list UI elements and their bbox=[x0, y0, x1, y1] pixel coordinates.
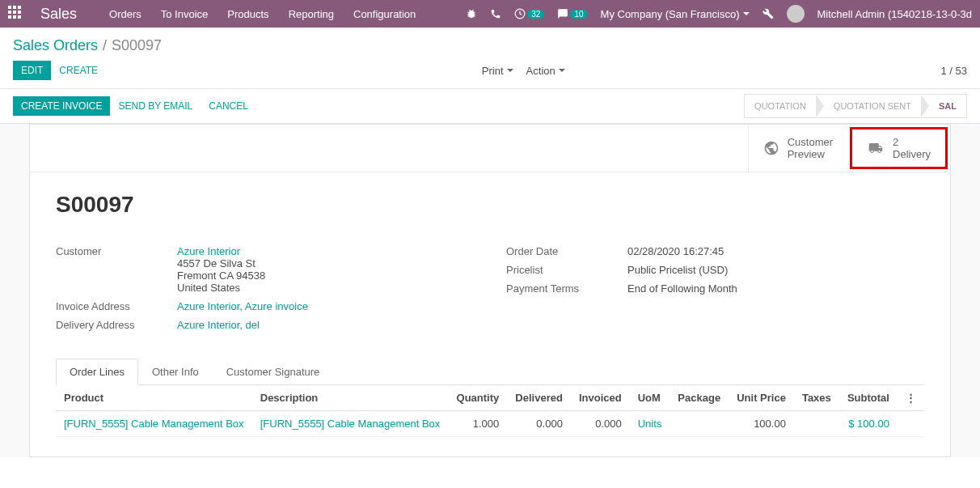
customer-value: Azure Interior 4557 De Silva St Fremont … bbox=[177, 245, 474, 294]
delivery-address-label: Delivery Address bbox=[56, 319, 177, 331]
send-email-button[interactable]: Send by Email bbox=[110, 96, 201, 116]
create-button[interactable]: Create bbox=[51, 61, 106, 80]
breadcrumb: Sales Orders / S00097 bbox=[0, 28, 980, 57]
order-date-value: 02/28/2020 16:27:45 bbox=[627, 245, 924, 257]
avatar[interactable] bbox=[787, 5, 805, 23]
col-invoiced[interactable]: Invoiced bbox=[571, 385, 630, 411]
line-delivered: 0.000 bbox=[507, 411, 571, 437]
messages-icon[interactable]: 10 bbox=[557, 8, 587, 19]
stat-buttons: Customer Preview 2 Delivery bbox=[30, 125, 950, 172]
messages-badge: 10 bbox=[570, 10, 587, 19]
line-unit-price: 100.00 bbox=[729, 411, 794, 437]
pager[interactable]: 1 / 53 bbox=[940, 65, 967, 77]
pricelist-value: Public Pricelist (USD) bbox=[627, 264, 924, 276]
payment-terms-label: Payment Terms bbox=[506, 282, 627, 295]
tabs: Order Lines Other Info Customer Signatur… bbox=[56, 359, 924, 385]
topbar-right: 32 10 My Company (San Francisco) Mitchel… bbox=[466, 5, 972, 23]
col-package[interactable]: Package bbox=[670, 385, 729, 411]
col-subtotal[interactable]: Subtotal bbox=[839, 385, 898, 411]
nav-reporting[interactable]: Reporting bbox=[289, 8, 334, 20]
order-lines-table: Product Description Quantity Delivered I… bbox=[56, 385, 924, 437]
status-quotation[interactable]: Quotation bbox=[745, 101, 816, 111]
line-invoiced: 0.000 bbox=[571, 411, 630, 437]
breadcrumb-separator: / bbox=[103, 37, 107, 54]
col-delivered[interactable]: Delivered bbox=[507, 385, 571, 411]
col-product[interactable]: Product bbox=[56, 385, 252, 411]
customer-link[interactable]: Azure Interior bbox=[177, 245, 240, 257]
status-sales-order[interactable]: Sal bbox=[929, 101, 966, 111]
edit-button[interactable]: Edit bbox=[13, 61, 51, 80]
nav-configuration[interactable]: Configuration bbox=[353, 8, 416, 20]
app-brand[interactable]: Sales bbox=[40, 6, 77, 23]
nav-to-invoice[interactable]: To Invoice bbox=[161, 8, 209, 20]
tab-order-lines[interactable]: Order Lines bbox=[56, 359, 138, 385]
col-quantity[interactable]: Quantity bbox=[449, 385, 508, 411]
breadcrumb-current: S00097 bbox=[112, 37, 162, 54]
payment-terms-value: End of Following Month bbox=[627, 282, 924, 295]
line-subtotal: $ 100.00 bbox=[839, 411, 898, 437]
table-row[interactable]: [FURN_5555] Cable Management Box [FURN_5… bbox=[56, 411, 924, 437]
debug-icon[interactable] bbox=[466, 8, 477, 19]
tab-other-info[interactable]: Other Info bbox=[138, 359, 213, 385]
line-taxes bbox=[794, 411, 839, 437]
apps-icon[interactable] bbox=[8, 6, 24, 22]
customer-preview-button[interactable]: Customer Preview bbox=[748, 125, 847, 172]
delivery-button[interactable]: 2 Delivery bbox=[850, 127, 948, 169]
col-options-icon[interactable]: ⋮ bbox=[898, 385, 924, 411]
customer-preview-label: Customer Preview bbox=[788, 136, 833, 160]
action-row: Create Invoice Send by Email Cancel Quot… bbox=[0, 89, 980, 124]
truck-icon bbox=[867, 141, 885, 155]
company-switcher[interactable]: My Company (San Francisco) bbox=[601, 8, 750, 20]
cancel-button[interactable]: Cancel bbox=[201, 96, 256, 116]
customer-label: Customer bbox=[56, 245, 177, 294]
nav-menu: Orders To Invoice Products Reporting Con… bbox=[109, 8, 466, 20]
line-quantity: 1.000 bbox=[449, 411, 508, 437]
order-date-label: Order Date bbox=[506, 245, 627, 257]
globe-icon bbox=[763, 140, 779, 156]
delivery-label: Delivery bbox=[893, 148, 931, 160]
col-unit-price[interactable]: Unit Price bbox=[729, 385, 794, 411]
delivery-count: 2 bbox=[893, 136, 931, 148]
line-description-link[interactable]: [FURN_5555] Cable Management Box bbox=[260, 418, 441, 430]
form-sheet: Customer Preview 2 Delivery S00097 Custo… bbox=[29, 124, 951, 457]
col-uom[interactable]: UoM bbox=[630, 385, 670, 411]
phone-icon[interactable] bbox=[490, 8, 501, 19]
form-toolbar: Edit Create Print Action 1 / 53 bbox=[0, 57, 980, 89]
status-bar: Quotation Quotation Sent Sal bbox=[744, 94, 967, 118]
topbar: Sales Orders To Invoice Products Reporti… bbox=[0, 0, 980, 28]
developer-tools-icon[interactable] bbox=[762, 8, 774, 19]
nav-products[interactable]: Products bbox=[227, 8, 268, 20]
activities-badge: 32 bbox=[527, 10, 544, 19]
line-package bbox=[670, 411, 729, 437]
col-taxes[interactable]: Taxes bbox=[794, 385, 839, 411]
tab-customer-signature[interactable]: Customer Signature bbox=[213, 359, 334, 385]
pricelist-label: Pricelist bbox=[506, 264, 627, 276]
invoice-address-link[interactable]: Azure Interior, Azure invoice bbox=[177, 300, 308, 312]
user-label[interactable]: Mitchell Admin (1540218-13-0-3d bbox=[817, 8, 973, 20]
invoice-address-label: Invoice Address bbox=[56, 300, 177, 312]
record-title: S00097 bbox=[56, 192, 924, 218]
status-quotation-sent[interactable]: Quotation Sent bbox=[824, 101, 921, 111]
print-dropdown[interactable]: Print bbox=[482, 65, 513, 77]
create-invoice-button[interactable]: Create Invoice bbox=[13, 96, 110, 116]
col-description[interactable]: Description bbox=[252, 385, 449, 411]
breadcrumb-parent[interactable]: Sales Orders bbox=[13, 37, 98, 54]
line-product-link[interactable]: [FURN_5555] Cable Management Box bbox=[64, 418, 244, 430]
activities-icon[interactable]: 32 bbox=[514, 8, 544, 19]
action-dropdown[interactable]: Action bbox=[526, 65, 565, 77]
nav-orders[interactable]: Orders bbox=[109, 8, 142, 20]
line-uom-link[interactable]: Units bbox=[638, 418, 662, 430]
delivery-address-link[interactable]: Azure Interior, del bbox=[177, 319, 260, 331]
